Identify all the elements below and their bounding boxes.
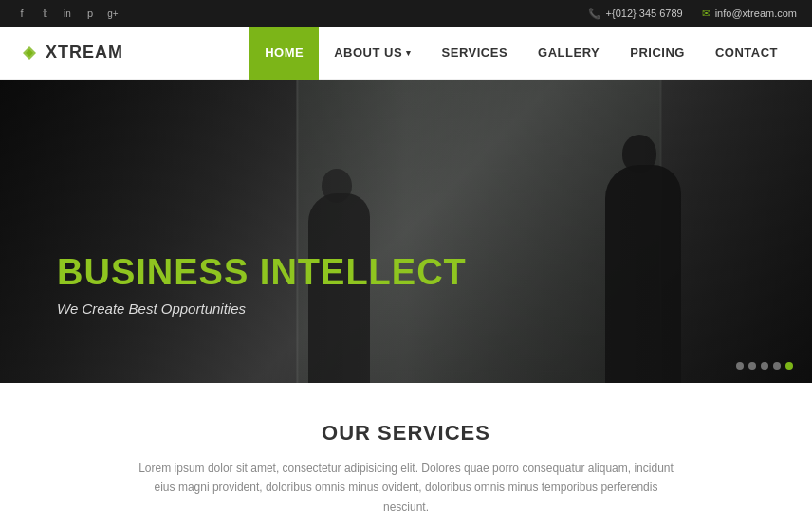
hero-title: BUSINESS INTELLECT (57, 253, 467, 293)
twitter-icon[interactable]: 𝕥 (38, 7, 51, 20)
dot-4[interactable] (773, 362, 781, 370)
email-info: ✉ info@xtream.com (702, 8, 797, 20)
nav-about[interactable]: ABOUT US ▾ (319, 27, 426, 80)
linkedin-icon[interactable]: in (61, 7, 74, 20)
phone-number: +{012} 345 6789 (606, 8, 683, 19)
hero-content: BUSINESS INTELLECT We Create Best Opport… (57, 253, 467, 317)
hero-dots (736, 362, 793, 370)
pinterest-icon[interactable]: p (83, 7, 97, 20)
social-links: f 𝕥 in p g+ (15, 7, 120, 20)
googleplus-icon[interactable]: g+ (106, 7, 120, 20)
hero-section: BUSINESS INTELLECT We Create Best Opport… (0, 80, 812, 383)
nav-pricing[interactable]: PRICING (615, 27, 700, 80)
email-address: info@xtream.com (715, 8, 797, 19)
dot-3[interactable] (761, 362, 768, 370)
facebook-icon[interactable]: f (15, 7, 28, 20)
about-arrow: ▾ (406, 48, 412, 58)
nav-contact[interactable]: CONTACT (700, 27, 793, 80)
logo[interactable]: XTREAM (19, 43, 123, 64)
top-contact: 📞 +{012} 345 6789 ✉ info@xtream.com (588, 8, 797, 20)
top-bar: f 𝕥 in p g+ 📞 +{012} 345 6789 ✉ info@xtr… (0, 0, 812, 27)
phone-info: 📞 +{012} 345 6789 (588, 8, 683, 20)
dot-1[interactable] (736, 362, 744, 370)
logo-icon (19, 43, 40, 64)
navbar: XTREAM HOME ABOUT US ▾ SERVICES GALLERY … (0, 27, 812, 80)
hero-overlay (0, 80, 812, 383)
hero-subtitle: We Create Best Opportunities (57, 300, 467, 317)
nav-home[interactable]: HOME (249, 27, 319, 80)
services-description: Lorem ipsum dolor sit amet, consectetur … (131, 459, 681, 517)
email-icon: ✉ (702, 8, 710, 20)
dot-2[interactable] (748, 362, 756, 370)
services-title: OUR SERVICES (19, 421, 793, 445)
phone-icon: 📞 (588, 8, 601, 20)
nav-services[interactable]: SERVICES (427, 27, 524, 80)
logo-text: XTREAM (46, 43, 123, 63)
nav-links: HOME ABOUT US ▾ SERVICES GALLERY PRICING… (249, 27, 793, 80)
nav-gallery[interactable]: GALLERY (523, 27, 615, 80)
dot-5-active[interactable] (785, 362, 793, 370)
services-section: OUR SERVICES Lorem ipsum dolor sit amet,… (0, 383, 812, 527)
